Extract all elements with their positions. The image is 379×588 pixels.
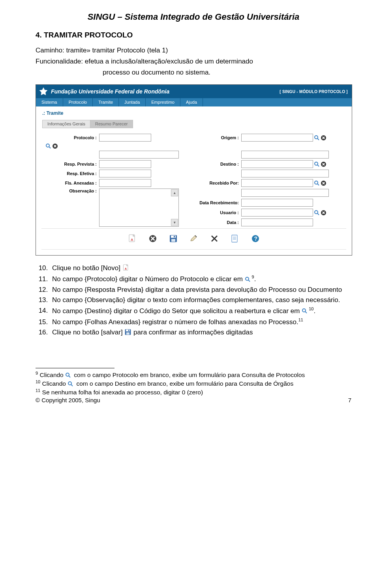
- input-resp-efetiva[interactable]: [99, 170, 151, 177]
- menu-ajuda[interactable]: Ajuda: [180, 98, 203, 106]
- label-usuario: Usuario :: [178, 210, 241, 215]
- edit-button[interactable]: [190, 234, 198, 243]
- input-fls-anexadas[interactable]: [99, 179, 151, 187]
- footnote: 9 Clicando com o campo Protocolo em bran…: [36, 371, 351, 379]
- page-number: 7: [348, 397, 351, 403]
- new-button[interactable]: [128, 234, 137, 243]
- input-protocolo[interactable]: [99, 134, 151, 142]
- label-resp-prevista: Resp. Prevista :: [44, 162, 99, 166]
- instruction-item: No campo {Protocolo} digitar o Número do…: [50, 274, 351, 284]
- menu-tramite[interactable]: Tramite: [93, 98, 119, 106]
- cancel-button[interactable]: [148, 234, 157, 243]
- clear-icon[interactable]: [321, 161, 326, 167]
- menu-emprestimo[interactable]: Emprestimo: [146, 98, 180, 106]
- section-heading: 4. TRAMITAR PROTOCOLO: [36, 31, 351, 39]
- copyright: © Copyright 2005, Singu: [36, 397, 100, 403]
- funcionalidade-text: Funcionalidade: efetua a inclusão/altera…: [36, 58, 351, 65]
- save-icon: [124, 329, 131, 336]
- toolbar: [36, 229, 352, 249]
- app-logo-icon: [39, 87, 48, 96]
- tab-informacoes-gerais[interactable]: Informações Gerais: [42, 120, 90, 128]
- app-window: Fundação Universidade Federal de Rondôni…: [36, 84, 352, 256]
- instruction-text: Clique no botão [Novo]: [52, 264, 120, 272]
- input-recebido-code[interactable]: [241, 179, 313, 187]
- clear-icon[interactable]: [321, 180, 326, 186]
- instruction-item: No campo {Resposta Prevista} digitar a d…: [50, 286, 351, 294]
- footer: © Copyright 2005, Singu 7: [36, 397, 351, 403]
- input-data[interactable]: [241, 218, 313, 226]
- instruction-text: No campo {Destino} digitar o Código do S…: [52, 307, 302, 314]
- label-data-recebimento: Data Recebimento:: [178, 200, 241, 205]
- footnote-ref: 11: [298, 317, 303, 322]
- label-data: Data :: [178, 220, 241, 225]
- footnote-text: Clicando: [40, 380, 68, 387]
- input-origem-desc[interactable]: [241, 151, 329, 159]
- input-resp-prevista[interactable]: [99, 160, 151, 168]
- menu-protocolo[interactable]: Protocolo: [63, 98, 93, 106]
- footnote: 10 Clicando com o campo Destino em branc…: [36, 379, 351, 388]
- input-destino-code[interactable]: [241, 160, 313, 168]
- footnotes: 9 Clicando com o campo Protocolo em bran…: [36, 371, 351, 396]
- footnote-num: 11: [36, 388, 40, 393]
- instruction-text: para confirmar as informações digitadas: [133, 329, 253, 336]
- search-icon[interactable]: [314, 161, 320, 167]
- instruction-item: Clique no botão [salvar] para confirmar …: [50, 329, 351, 336]
- menu-sistema[interactable]: Sistema: [36, 98, 63, 106]
- tabs-row: Informações Gerais Resumo Parecer: [42, 120, 352, 128]
- caminho-text: Caminho: tramite» tramitar Protocolo (te…: [36, 47, 351, 54]
- footnote-text: Clicando: [38, 371, 65, 378]
- label-observacao: Observação :: [44, 189, 99, 193]
- search-icon[interactable]: [45, 143, 51, 149]
- scroll-up-icon[interactable]: ▴: [171, 189, 178, 196]
- form-area: Protocolo : Origem : Resp. Prev: [36, 131, 352, 228]
- scroll-down-icon[interactable]: ▾: [171, 219, 178, 226]
- input-destino-desc[interactable]: [241, 170, 329, 177]
- save-button[interactable]: [169, 234, 178, 243]
- textarea-observacao[interactable]: ▴ ▾: [99, 189, 179, 227]
- clear-icon[interactable]: [52, 143, 58, 149]
- label-fls-anexadas: Fls. Anexadas :: [44, 181, 99, 185]
- tab-resumo-parecer[interactable]: Resumo Parecer: [90, 120, 133, 128]
- label-recebido-por: Recebido Por:: [178, 181, 241, 185]
- instruction-text: .: [313, 307, 315, 314]
- clear-icon[interactable]: [321, 135, 326, 141]
- instruction-item: Clique no botão [Novo]: [50, 264, 351, 272]
- new-icon: [122, 264, 129, 271]
- search-icon[interactable]: [314, 210, 320, 216]
- app-header-badge: [ SINGU - MÓDULO PROTOCOLO ]: [280, 90, 348, 94]
- input-protocolo-desc[interactable]: [99, 151, 179, 159]
- doc-button[interactable]: [231, 234, 239, 243]
- input-recebido-desc[interactable]: [241, 189, 329, 197]
- search-icon: [302, 308, 309, 315]
- doc-title: SINGU – Sistema Integrado de Gestão Univ…: [36, 12, 351, 22]
- footnotes-separator: [36, 368, 114, 368]
- help-button[interactable]: [251, 234, 260, 243]
- search-icon: [245, 276, 252, 284]
- menu-juntada[interactable]: Juntada: [119, 98, 146, 106]
- label-destino: Destino :: [178, 162, 241, 166]
- input-usuario[interactable]: [241, 209, 313, 217]
- delete-button[interactable]: [210, 234, 219, 243]
- search-icon[interactable]: [314, 180, 320, 186]
- label-resp-efetiva: Resp. Efetiva :: [44, 171, 99, 176]
- app-header-title: Fundação Universidade Federal de Rondôni…: [51, 88, 280, 95]
- search-icon[interactable]: [314, 135, 320, 141]
- search-icon: [65, 372, 72, 379]
- input-data-recebimento[interactable]: [241, 199, 313, 207]
- label-origem: Origem :: [178, 135, 241, 140]
- input-origem-code[interactable]: [241, 134, 313, 142]
- clear-icon[interactable]: [321, 210, 326, 216]
- instruction-item: No campo {Destino} digitar o Código do S…: [50, 306, 351, 315]
- search-icon: [68, 381, 75, 388]
- footnote: 11 Se nenhuma folha foi anexada ao proce…: [36, 388, 351, 396]
- section-label: .: Tramite: [36, 106, 352, 120]
- instruction-item: No campo {Folhas Anexadas} registrar o n…: [50, 317, 351, 326]
- app-header: Fundação Universidade Federal de Rondôni…: [36, 85, 352, 98]
- instruction-text: .: [254, 275, 256, 283]
- footnote-num: 10: [36, 379, 40, 384]
- app-menu: Sistema Protocolo Tramite Juntada Empres…: [36, 98, 352, 106]
- instruction-text: No campo {Folhas Anexadas} registrar o n…: [52, 318, 298, 326]
- instruction-item: No campo {Observação} digitar o texto co…: [50, 296, 351, 304]
- instruction-text: No campo {Protocolo} digitar o Número do…: [52, 275, 245, 283]
- label-protocolo: Protocolo :: [44, 135, 99, 140]
